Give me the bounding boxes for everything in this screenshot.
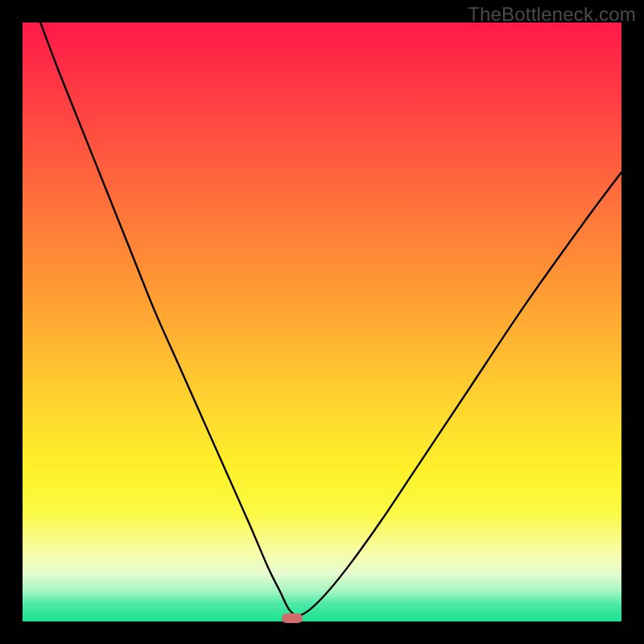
bottleneck-curve (40, 23, 621, 616)
chart-frame: TheBottleneck.com (0, 0, 644, 644)
curve-svg (23, 23, 621, 621)
plot-area (23, 23, 621, 621)
minimum-marker (282, 613, 303, 623)
